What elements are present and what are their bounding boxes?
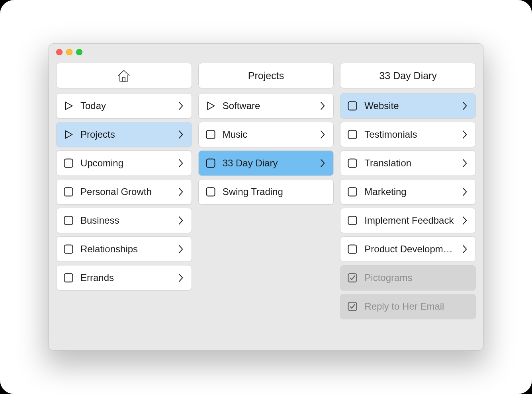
box-icon <box>62 157 75 170</box>
item-label: Business <box>80 215 171 226</box>
item-personal-growth[interactable]: Personal Growth <box>56 179 192 205</box>
item-software[interactable]: Software <box>198 93 334 119</box>
svg-rect-17 <box>348 245 357 254</box>
column-header-33-day-diary[interactable]: 33 Day Diary <box>340 63 476 88</box>
item-label: Errands <box>80 272 171 283</box>
item-testimonials[interactable]: Testimonials <box>340 122 476 147</box>
svg-rect-16 <box>348 217 357 225</box>
window-titlebar <box>49 44 483 60</box>
item-label: 33 Day Diary <box>223 158 313 169</box>
box-icon <box>346 157 359 170</box>
chevron-right-icon <box>318 100 327 112</box>
item-label: Reply to Her Email <box>364 301 469 312</box>
item-label: Personal Growth <box>80 186 171 197</box>
item-label: Relationships <box>80 244 171 255</box>
box-icon <box>346 243 359 256</box>
box-icon <box>204 185 217 198</box>
svg-marker-2 <box>65 131 72 138</box>
checked-box-icon <box>346 271 359 284</box>
list-33-day-diary: Website Testimonials Translation <box>340 93 476 319</box>
column-header-projects-label: Projects <box>248 70 284 82</box>
item-business[interactable]: Business <box>56 208 192 233</box>
item-label: Projects <box>80 129 171 140</box>
chevron-right-icon <box>176 186 185 198</box>
svg-rect-19 <box>348 302 357 311</box>
item-label: Website <box>364 100 455 111</box>
chevron-right-icon <box>176 157 185 169</box>
item-label: Software <box>223 100 313 111</box>
box-icon <box>62 243 75 256</box>
play-icon <box>62 128 75 141</box>
chevron-right-icon <box>176 129 185 140</box>
columns-container: Today Projects Upcoming <box>49 60 483 350</box>
box-icon <box>62 214 75 227</box>
chevron-right-icon <box>460 157 469 169</box>
svg-rect-0 <box>123 77 125 81</box>
box-icon <box>346 185 359 198</box>
chevron-right-icon <box>176 215 185 226</box>
item-label: Music <box>223 129 313 140</box>
item-today[interactable]: Today <box>56 93 192 119</box>
item-label: Product Development <box>364 244 455 255</box>
chevron-right-icon <box>460 243 469 255</box>
column-home: Today Projects Upcoming <box>56 63 192 342</box>
item-projects[interactable]: Projects <box>56 122 192 147</box>
minimize-button[interactable] <box>66 49 72 55</box>
svg-rect-12 <box>348 102 357 110</box>
box-icon <box>62 185 75 198</box>
box-icon <box>204 157 217 170</box>
item-label: Marketing <box>364 186 455 197</box>
svg-rect-11 <box>206 188 215 196</box>
item-swing-trading[interactable]: Swing Trading <box>198 179 334 205</box>
svg-rect-14 <box>348 159 357 168</box>
chevron-right-icon <box>176 243 185 255</box>
home-icon <box>116 68 132 84</box>
svg-rect-4 <box>65 188 73 196</box>
item-website[interactable]: Website <box>340 93 476 119</box>
svg-marker-1 <box>65 102 72 109</box>
box-icon <box>346 214 359 227</box>
app-window: Today Projects Upcoming <box>49 43 483 351</box>
item-label: Translation <box>364 158 455 169</box>
item-label: Implement Feedback <box>364 215 455 226</box>
item-upcoming[interactable]: Upcoming <box>56 150 192 176</box>
svg-rect-18 <box>348 274 357 282</box>
chevron-right-icon <box>460 129 469 140</box>
chevron-right-icon <box>460 100 469 112</box>
svg-rect-3 <box>65 159 73 168</box>
item-reply-to-her-email[interactable]: Reply to Her Email <box>340 294 476 319</box>
svg-rect-7 <box>65 274 73 282</box>
column-header-home[interactable] <box>56 63 192 88</box>
box-icon <box>346 128 359 141</box>
column-projects: Projects Software Music <box>198 63 334 342</box>
svg-rect-9 <box>206 131 215 139</box>
item-label: Testimonials <box>364 129 455 140</box>
chevron-right-icon <box>176 100 185 112</box>
box-icon <box>346 99 359 112</box>
item-pictograms[interactable]: Pictograms <box>340 265 476 291</box>
chevron-right-icon <box>176 272 185 284</box>
item-music[interactable]: Music <box>198 122 334 147</box>
box-icon <box>62 271 75 284</box>
play-icon <box>204 99 217 112</box>
item-translation[interactable]: Translation <box>340 150 476 176</box>
column-header-33-day-diary-label: 33 Day Diary <box>379 70 437 82</box>
chevron-right-icon <box>318 157 327 169</box>
item-label: Today <box>80 100 171 111</box>
close-button[interactable] <box>56 49 63 55</box>
box-icon <box>204 128 217 141</box>
chevron-right-icon <box>460 215 469 226</box>
item-marketing[interactable]: Marketing <box>340 179 476 205</box>
item-relationships[interactable]: Relationships <box>56 236 192 262</box>
svg-rect-13 <box>348 131 357 139</box>
column-header-projects[interactable]: Projects <box>198 63 334 88</box>
zoom-button[interactable] <box>76 49 82 55</box>
item-33-day-diary[interactable]: 33 Day Diary <box>198 150 334 176</box>
svg-marker-8 <box>207 102 215 109</box>
svg-rect-10 <box>206 159 215 168</box>
chevron-right-icon <box>460 186 469 198</box>
item-errands[interactable]: Errands <box>56 265 192 291</box>
item-implement-feedback[interactable]: Implement Feedback <box>340 208 476 233</box>
item-product-development[interactable]: Product Development <box>340 236 476 262</box>
list-projects: Software Music 33 Day Diary <box>198 93 334 205</box>
